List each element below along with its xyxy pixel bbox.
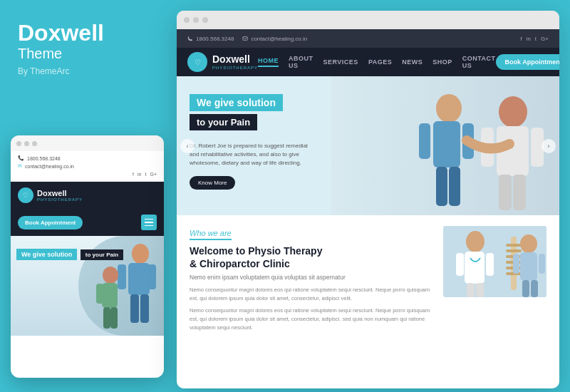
desktop-hero-line2: to your Pain (190, 114, 257, 130)
svg-rect-9 (110, 284, 118, 304)
phone-icon: 📞 (18, 155, 24, 161)
mobile-phone: 1800.568.3248 (27, 156, 61, 161)
mobile-dot-2 (24, 141, 29, 146)
nav-news[interactable]: NEWS (402, 58, 423, 66)
svg-rect-43 (522, 280, 529, 297)
nav-about[interactable]: ABOUT US (289, 55, 314, 69)
svg-rect-17 (436, 167, 447, 206)
content-left: Who we are Welcome to Physio Therapy & C… (190, 226, 432, 332)
svg-rect-5 (140, 294, 149, 323)
clinic-image (443, 226, 546, 297)
svg-rect-8 (96, 284, 103, 304)
nav-shop[interactable]: SHOP (432, 58, 452, 66)
svg-rect-28 (456, 253, 464, 276)
svg-point-0 (132, 244, 149, 264)
twitter-icon: t (145, 172, 147, 177)
desktop-titlebar (177, 11, 559, 29)
desktop-navbar: ♡ Doxwell PHYSIOTHERAPY HOME ABOUT US SE… (177, 48, 559, 76)
mobile-hamburger[interactable] (141, 215, 157, 230)
hero-desc-1: Dr. Robert Joe is prepared to suggest re… (190, 143, 308, 149)
desktop-logo: ♡ Doxwell PHYSIOTHERAPY (187, 52, 258, 72)
linkedin-icon: in (138, 172, 141, 177)
hamburger-line-3 (145, 225, 153, 227)
mobile-phone-row: 📞 1800.568.3248 (18, 155, 157, 161)
mobile-logo: ♡ Doxwell PHYSIOTHERAPY (18, 187, 83, 203)
desktop-mockup: 1800.568.3248 contact@healing.co.in f in… (177, 11, 559, 388)
topbar-facebook-icon: f (520, 36, 522, 42)
brand-by: By ThemeArc (18, 66, 153, 76)
content-title-line2: & Chiroparctor Clinic (190, 258, 290, 269)
desktop-logo-icon: ♡ (187, 52, 207, 72)
desktop-hero-desc: Dr. Robert Joe is prepared to suggest re… (190, 142, 308, 167)
desktop-logo-name: Doxwell (212, 54, 258, 65)
email-icon: ✉ (18, 163, 22, 169)
mobile-titlebar (11, 135, 164, 151)
svg-rect-14 (433, 121, 460, 167)
hero-desc-3: wholesome, dietary and way of life direc… (190, 160, 301, 166)
svg-rect-11 (110, 307, 118, 329)
svg-rect-33 (506, 244, 522, 247)
topbar-left: 1800.568.3248 contact@healing.co.in (187, 36, 307, 42)
svg-rect-10 (103, 307, 110, 329)
topbar-linkedin-icon: in (527, 36, 531, 42)
mobile-navbar: ♡ Doxwell PHYSIOTHERAPY (11, 182, 164, 209)
hero-people-svg (317, 76, 559, 215)
desktop-logo-sub: PHYSIOTHERAPY (212, 66, 258, 70)
svg-rect-1 (128, 263, 150, 295)
nav-contact[interactable]: CONTACT US (462, 55, 496, 69)
brand-title: Doxwell (18, 21, 153, 44)
gplus-icon: G+ (150, 172, 157, 177)
desktop-nav: HOME ABOUT US SERVICES PAGES NEWS SHOP C… (258, 55, 496, 69)
content-para1: Nemo consequuntur magni dolores eos qui … (190, 286, 432, 303)
svg-rect-27 (465, 252, 484, 284)
svg-rect-34 (506, 249, 522, 252)
nav-home[interactable]: HOME (258, 57, 279, 67)
brand-subtitle: Theme (18, 46, 153, 62)
content-right (443, 226, 546, 332)
topbar-email-text: contact@healing.co.in (251, 36, 307, 42)
content-title-line1: Welcome to Physio Therapy (190, 245, 322, 257)
desktop-topbar: 1800.568.3248 contact@healing.co.in f in… (177, 29, 559, 48)
svg-point-19 (499, 96, 527, 128)
topbar-email-icon (242, 36, 248, 41)
svg-rect-24 (513, 175, 526, 210)
topbar-twitter-icon: t (535, 36, 537, 42)
mobile-hero: We give solution to your Pain (11, 236, 164, 336)
topbar-phone: 1800.568.3248 (187, 36, 234, 42)
content-para2: Nemo consequuntur magni dolores eos qui … (190, 306, 432, 332)
svg-rect-12 (243, 37, 247, 41)
hero-next-button[interactable]: › (542, 139, 556, 153)
desktop-dot-2 (193, 17, 199, 23)
svg-rect-4 (130, 294, 139, 323)
svg-rect-3 (147, 264, 156, 289)
facebook-icon: f (133, 172, 134, 177)
mobile-logo-name: Doxwell (37, 189, 83, 197)
mobile-hero-line2: to your Pain (81, 249, 123, 260)
mobile-topbar: 📞 1800.568.3248 ✉ contact@healing.co.in … (11, 151, 164, 182)
mobile-actions: Book Appointment (11, 209, 164, 236)
svg-rect-30 (467, 283, 475, 297)
svg-rect-31 (476, 283, 484, 297)
nav-pages[interactable]: PAGES (368, 58, 392, 66)
svg-point-6 (103, 267, 118, 284)
hero-prev-button[interactable]: ‹ (180, 139, 195, 153)
hero-desc-2: and rehabilitative activities, and also … (190, 151, 299, 158)
topbar-phone-text: 1800.568.3248 (196, 36, 234, 42)
topbar-email: contact@healing.co.in (242, 36, 307, 42)
mobile-hero-content: We give solution to your Pain (16, 247, 123, 262)
desktop-dot-1 (184, 17, 190, 23)
content-subtitle: Nemo enim ipsam voluptatem quia voluptas… (190, 274, 432, 281)
mobile-social: f in t G+ (18, 172, 157, 177)
nav-services[interactable]: SERVICES (323, 58, 358, 66)
know-more-button[interactable]: Know More (190, 176, 235, 190)
svg-point-13 (436, 94, 462, 123)
mobile-email-row: ✉ contact@healing.co.in (18, 163, 157, 169)
mobile-dot-1 (16, 141, 21, 146)
svg-point-26 (466, 231, 484, 252)
desktop-book-button[interactable]: Book Appointment (496, 54, 559, 70)
mobile-logo-sub: PHYSIOTHERAPY (37, 197, 83, 202)
mobile-book-button[interactable]: Book Appointment (18, 216, 83, 229)
desktop-content-section: Who we are Welcome to Physio Therapy & C… (177, 215, 559, 343)
desktop-hero-content: We give solution to your Pain Dr. Robert… (190, 94, 308, 190)
mobile-logo-text: Doxwell PHYSIOTHERAPY (37, 189, 83, 202)
